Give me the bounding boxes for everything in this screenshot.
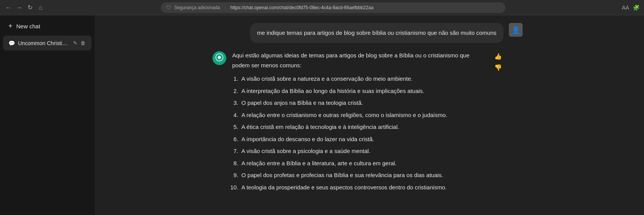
browser-chrome: ← → ↻ ⌂ 🛡 Segurança adicionada | https:/… (0, 0, 644, 15)
forward-icon[interactable]: → (15, 4, 23, 11)
ai-intro: Aqui estão algumas ideias de temas para … (232, 50, 487, 70)
thumbs-up-button[interactable]: 👍 (493, 52, 503, 61)
list-item: A relação entre o cristianismo e outras … (240, 110, 487, 120)
chat-history-item[interactable]: 💬 Uncommon Christian B ✎ 🗑 (3, 36, 92, 50)
browser-nav: ← → ↻ ⌂ (5, 4, 44, 11)
list-item: A visão cristã sobre a psicologia e a sa… (240, 146, 487, 156)
list-item: A relação entre a Bíblia e a literatura,… (240, 158, 487, 168)
main-content: me indique temas para artigos de blog so… (95, 15, 644, 215)
font-size-icon[interactable]: A⁠A (622, 5, 629, 11)
user-bubble: me indique temas para artigos de blog so… (250, 23, 522, 43)
separator: | (225, 5, 226, 10)
ai-text: Aqui estão algumas ideias de temas para … (232, 50, 487, 192)
back-icon[interactable]: ← (5, 4, 12, 11)
edit-icon[interactable]: ✎ (72, 39, 78, 47)
list-item: O papel dos profetas e profecias na Bíbl… (240, 170, 487, 180)
list-item: O papel dos anjos na Bíblia e na teologi… (240, 98, 487, 108)
extensions-icon[interactable]: 🧩 (633, 5, 639, 11)
user-avatar: 👤 (509, 23, 523, 37)
sidebar: + New chat 💬 Uncommon Christian B ✎ 🗑 (0, 15, 95, 215)
security-label: Segurança adicionada (174, 5, 220, 10)
thumbs-down-button[interactable]: 👎 (493, 63, 503, 72)
user-message: me indique temas para artigos de blog so… (212, 23, 526, 43)
plus-icon: + (8, 22, 13, 30)
browser-right-controls: A⁠A 🧩 (622, 5, 639, 11)
chat-bubble-icon: 💬 (8, 40, 15, 46)
chatgpt-logo (215, 53, 224, 64)
list-item: A visão cristã sobre a natureza e a cons… (240, 74, 487, 84)
user-text: me indique temas para artigos de blog so… (250, 23, 503, 43)
ai-message: Aqui estão algumas ideias de temas para … (212, 50, 526, 194)
chat-messages: me indique temas para artigos de blog so… (205, 23, 534, 202)
chat-item-label: Uncommon Christian B (18, 40, 69, 46)
message-actions: 👍 👎 (493, 50, 503, 72)
ai-content: Aqui estão algumas ideias de temas para … (232, 50, 487, 194)
chat-item-actions: ✎ 🗑 (72, 39, 86, 47)
app-container: + New chat 💬 Uncommon Christian B ✎ 🗑 me… (0, 15, 644, 215)
refresh-icon[interactable]: ↻ (26, 4, 34, 11)
list-item: A interpretação da Bíblia ao longo da hi… (240, 86, 487, 96)
list-item: A teologia da prosperidade e seus aspect… (240, 182, 487, 192)
address-bar[interactable]: 🛡 Segurança adicionada | https://chat.op… (161, 2, 505, 13)
url-text: https://chat.openai.com/chat/dec0fd75-08… (230, 5, 374, 10)
shield-icon: 🛡 (166, 5, 171, 10)
svg-text:👤: 👤 (512, 26, 520, 34)
list-item: A importância do descanso e do lazer na … (240, 134, 487, 144)
delete-icon[interactable]: 🗑 (80, 39, 86, 47)
home-icon[interactable]: ⌂ (37, 4, 44, 11)
list-item: A ética cristã em relação à tecnologia e… (240, 122, 487, 132)
ai-avatar (212, 51, 226, 65)
new-chat-button[interactable]: + New chat (3, 18, 92, 34)
new-chat-label: New chat (16, 23, 41, 29)
ai-list: A visão cristã sobre a natureza e a cons… (232, 74, 487, 192)
